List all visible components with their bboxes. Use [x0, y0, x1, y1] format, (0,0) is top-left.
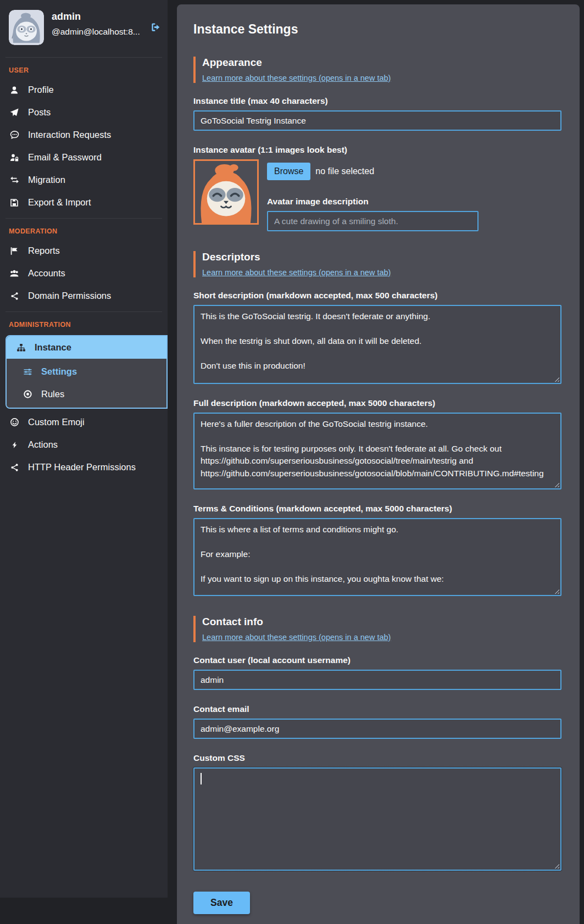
sidebar-item-label: Profile: [28, 85, 54, 95]
sidebar-item-label: Reports: [28, 246, 60, 256]
sidebar-item-profile[interactable]: Profile: [0, 79, 168, 101]
sidebar-item-label: HTTP Header Permissions: [28, 462, 136, 472]
user-lock-icon: [9, 153, 20, 162]
user-handle: @admin@localhost:8...: [52, 27, 143, 37]
terms-label: Terms & Conditions (markdown accepted, m…: [193, 504, 561, 514]
save-button[interactable]: Save: [193, 892, 250, 914]
sidebar-item-label: Export & Import: [28, 197, 91, 208]
user-avatar: [9, 10, 44, 45]
section-heading: Contact info: [202, 616, 561, 628]
sidebar-item-migration[interactable]: Migration: [0, 169, 168, 191]
section-heading: Descriptors: [202, 251, 561, 263]
page-title: Instance Settings: [193, 22, 561, 37]
sidebar-item-instance[interactable]: Instance: [7, 336, 166, 359]
terms-textarea[interactable]: This is where a list of terms and condit…: [193, 518, 561, 596]
logout-icon[interactable]: [151, 10, 161, 35]
instance-avatar-preview: [193, 159, 259, 225]
sidebar-item-accounts[interactable]: Accounts: [0, 262, 168, 285]
custom-css-textarea[interactable]: [193, 767, 561, 871]
avatar-description-input[interactable]: [267, 211, 479, 231]
sidebar-section-user: USER: [0, 60, 168, 79]
sloth-avatar-orange: [195, 161, 257, 223]
avatar-description-label: Avatar image description: [267, 197, 561, 207]
sidebar-item-posts[interactable]: Posts: [0, 101, 168, 124]
learn-more-link[interactable]: Learn more about these settings (opens i…: [202, 633, 391, 642]
sidebar-section-administration: ADMINISTRATION: [0, 314, 168, 333]
sidebar-item-export-import[interactable]: Export & Import: [0, 191, 168, 214]
browse-button[interactable]: Browse: [267, 163, 310, 180]
sitemap-icon: [15, 343, 26, 352]
contact-email-input[interactable]: [193, 719, 561, 739]
sidebar-item-label: Custom Emoji: [28, 417, 85, 427]
app-layout: admin @admin@localhost:8... USER Profile…: [0, 0, 584, 924]
sidebar-item-email-password[interactable]: Email & Password: [0, 146, 168, 169]
circle-dot-icon: [22, 389, 33, 399]
section-contact-info: Contact info Learn more about these sett…: [193, 616, 561, 642]
section-heading: Appearance: [202, 57, 561, 69]
instance-avatar-field: Instance avatar (1:1 images look best): [193, 145, 561, 231]
share-nodes-icon: [9, 463, 20, 472]
arrows-left-right-icon: [9, 175, 20, 185]
contact-user-label: Contact user (local account username): [193, 655, 561, 665]
sidebar-item-interaction-requests[interactable]: Interaction Requests: [0, 124, 168, 146]
full-description-textarea[interactable]: Here's a fuller description of the GoToS…: [193, 413, 561, 489]
instance-nav-group: Instance Settings Rules: [5, 335, 168, 409]
instance-settings-panel: Instance Settings Appearance Learn more …: [177, 4, 580, 924]
learn-more-link[interactable]: Learn more about these settings (opens i…: [202, 268, 391, 277]
section-appearance: Appearance Learn more about these settin…: [193, 57, 561, 83]
sidebar-item-label: Posts: [28, 107, 51, 118]
text-cursor: [201, 773, 202, 784]
sidebar-item-custom-emoji[interactable]: Custom Emoji: [0, 411, 168, 433]
instance-title-label: Instance title (max 40 characters): [193, 96, 561, 106]
sidebar-section-moderation: MODERATION: [0, 221, 168, 240]
full-description-field: Full description (markdown accepted, max…: [193, 398, 561, 489]
sidebar-item-label: Accounts: [28, 268, 65, 279]
paper-plane-icon: [9, 108, 20, 117]
sidebar-item-label: Migration: [28, 175, 65, 185]
sidebar-item-rules[interactable]: Rules: [7, 383, 166, 405]
instance-title-input[interactable]: [193, 110, 561, 131]
user-info: admin @admin@localhost:8...: [52, 10, 143, 37]
sidebar-item-reports[interactable]: Reports: [0, 240, 168, 262]
sidebar-item-http-header-permissions[interactable]: HTTP Header Permissions: [0, 456, 168, 478]
file-status-text: no file selected: [315, 166, 374, 176]
section-descriptors: Descriptors Learn more about these setti…: [193, 251, 561, 277]
full-description-label: Full description (markdown accepted, max…: [193, 398, 561, 408]
sidebar-item-actions[interactable]: Actions: [0, 433, 168, 456]
contact-user-field: Contact user (local account username): [193, 655, 561, 690]
user-card[interactable]: admin @admin@localhost:8...: [0, 5, 168, 53]
custom-css-label: Custom CSS: [193, 753, 561, 763]
short-description-label: Short description (markdown accepted, ma…: [193, 291, 561, 300]
bolt-icon: [9, 441, 20, 449]
sidebar-item-label: Rules: [41, 389, 64, 399]
learn-more-link[interactable]: Learn more about these settings (opens i…: [202, 74, 391, 82]
contact-user-input[interactable]: [193, 670, 561, 690]
short-description-field: Short description (markdown accepted, ma…: [193, 291, 561, 384]
contact-email-field: Contact email: [193, 704, 561, 739]
sidebar-item-label: Instance: [35, 342, 71, 353]
sidebar-item-label: Settings: [41, 366, 77, 377]
instance-avatar-label: Instance avatar (1:1 images look best): [193, 145, 561, 155]
sidebar-item-label: Domain Permissions: [28, 291, 111, 301]
divider: [5, 57, 162, 58]
instance-subnav: Settings Rules: [7, 359, 166, 408]
users-icon: [9, 269, 20, 278]
user-icon: [9, 86, 20, 94]
comment-dots-icon: [9, 130, 20, 140]
floppy-disk-icon: [9, 198, 20, 207]
contact-email-label: Contact email: [193, 704, 561, 714]
sliders-icon: [22, 368, 33, 376]
short-description-textarea[interactable]: This is the GoToSocial testrig. It doesn…: [193, 305, 561, 384]
flag-icon: [9, 247, 20, 255]
smiley-icon: [9, 418, 20, 427]
divider: [5, 218, 162, 219]
custom-css-field: Custom CSS: [193, 753, 561, 871]
sidebar-item-domain-permissions[interactable]: Domain Permissions: [0, 285, 168, 307]
share-nodes-icon: [9, 292, 20, 300]
sidebar-item-label: Email & Password: [28, 152, 102, 163]
terms-field: Terms & Conditions (markdown accepted, m…: [193, 504, 561, 596]
user-name: admin: [52, 11, 143, 23]
sloth-avatar-gray: [9, 10, 44, 45]
sidebar: admin @admin@localhost:8... USER Profile…: [0, 0, 168, 898]
sidebar-item-settings[interactable]: Settings: [7, 360, 166, 383]
